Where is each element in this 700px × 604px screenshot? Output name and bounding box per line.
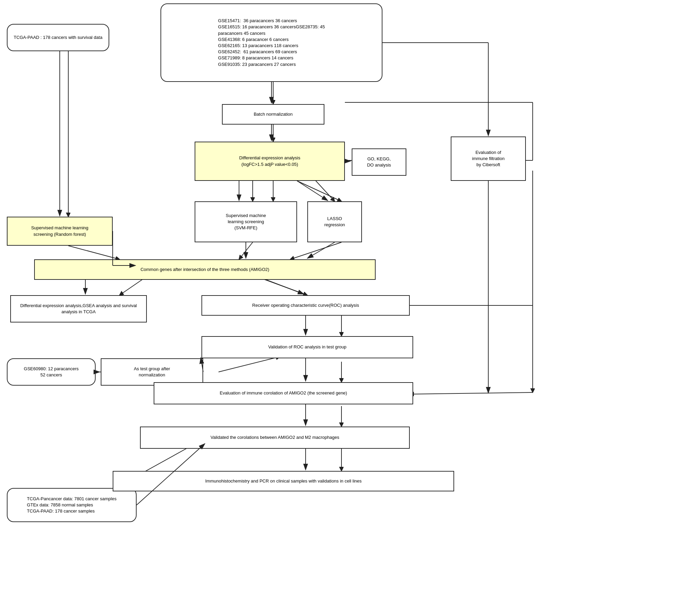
eval-immune-filt-label: Evaluation of immune filtration by Ciber… — [472, 149, 504, 168]
test-group-label: As test group after normalization — [134, 366, 170, 378]
validation-roc-box: Validation of ROC analysis in test group — [201, 336, 413, 358]
eval-immune-cor-label: Evaluation of immune corolation of AMIGO… — [220, 390, 347, 396]
supervised-ml-svm-label: Supervised machine learning screening (S… — [226, 213, 266, 231]
gse60980-box: GSE60980: 12 paracancers 52 cancers — [7, 358, 96, 386]
svg-line-16 — [219, 357, 280, 372]
batch-norm-label: Batch normalization — [254, 111, 293, 117]
immunohisto-box: Immunohistochemistry and PCR on clinical… — [113, 471, 454, 491]
batch-norm-box: Batch normalization — [222, 104, 324, 125]
go-kegg-label: GO, KEGG, DO analysis — [367, 156, 391, 168]
supervised-ml-svm-box: Supervised machine learning screening (S… — [195, 201, 297, 242]
supervised-ml-rf-label: Supervised machine learning screening (R… — [31, 225, 88, 237]
svg-line-5 — [297, 181, 341, 201]
eval-immune-cor-box: Evaluation of immune corolation of AMIGO… — [154, 382, 413, 404]
test-group-box: As test group after normalization — [101, 358, 203, 386]
immunohisto-label: Immunohistochemistry and PCR on clinical… — [205, 478, 362, 484]
tcga-pancancer-label: TCGA-Pancancer data: 7801 cancer samples… — [27, 496, 116, 515]
svg-line-11 — [290, 242, 341, 259]
supervised-ml-rf-box: Supervised machine learning screening (R… — [7, 217, 113, 246]
gse60980-label: GSE60980: 12 paracancers 52 cancers — [24, 366, 79, 378]
svg-line-26 — [410, 392, 533, 394]
diff-expr-label: Differential expression analysis (logFC>… — [239, 155, 300, 167]
svg-line-42 — [307, 242, 335, 258]
gse-datasets-box: GSE15471: 36 paracancers 36 cancers GSE1… — [160, 3, 382, 82]
tcga-paad-label: TCGA-PAAD : 178 cancers with survival da… — [14, 34, 102, 41]
validated-corr-label: Validated the corolations between AMIGO2… — [211, 434, 339, 441]
common-genes-box: Common genes after intersection of the t… — [34, 259, 376, 280]
roc-analysis-box: Receiver operating characteristic curve(… — [201, 295, 410, 316]
diff-expr-tcga-label: Differential expression analysis,GSEA an… — [20, 303, 137, 315]
gse-datasets-label: GSE15471: 36 paracancers 36 cancers GSE1… — [218, 18, 325, 68]
diff-expr-box: Differential expression analysis (logFC>… — [195, 142, 345, 181]
go-kegg-box: GO, KEGG, DO analysis — [352, 148, 406, 176]
lasso-box: LASSO regression — [307, 201, 362, 242]
validation-roc-label: Validation of ROC analysis in test group — [268, 344, 347, 350]
diff-expr-tcga-box: Differential expression analysis,GSEA an… — [10, 295, 147, 322]
svg-line-10 — [239, 242, 253, 259]
svg-line-37 — [297, 181, 328, 201]
validated-corr-box: Validated the corolations between AMIGO2… — [140, 427, 410, 449]
svg-line-44 — [266, 280, 304, 294]
lasso-label: LASSO regression — [324, 216, 345, 228]
common-genes-label: Common genes after intersection of the t… — [140, 267, 269, 273]
tcga-pancancer-box: TCGA-Pancancer data: 7801 cancer samples… — [7, 488, 137, 522]
tcga-paad-box: TCGA-PAAD : 178 cancers with survival da… — [7, 24, 109, 51]
roc-analysis-label: Receiver operating characteristic curve(… — [252, 302, 359, 308]
svg-line-9 — [68, 246, 120, 259]
eval-immune-filt-box: Evaluation of immune filtration by Ciber… — [451, 136, 526, 181]
flowchart: TCGA-PAAD : 178 cancers with survival da… — [0, 0, 700, 604]
